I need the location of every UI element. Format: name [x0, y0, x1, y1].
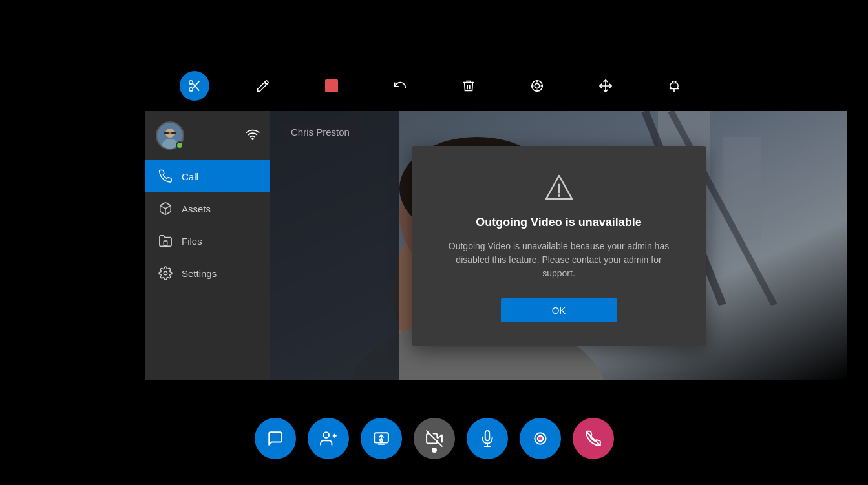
modal-ok-button[interactable]: OK [501, 298, 617, 322]
avatar-container [156, 121, 184, 150]
delete-button[interactable] [454, 71, 483, 101]
online-badge [176, 141, 184, 149]
modal-dialog: Outgoing Video is unavailable Outgoing V… [412, 146, 706, 346]
pin-button[interactable] [659, 71, 689, 101]
svg-point-5 [535, 83, 539, 88]
add-participants-button[interactable] [308, 418, 349, 459]
modal-message: Outgoing Video is unavailable because yo… [444, 240, 674, 280]
warning-icon [444, 172, 674, 205]
sidebar-item-files[interactable]: Files [145, 225, 270, 257]
undo-button[interactable] [385, 71, 415, 101]
screen-share-button[interactable] [361, 418, 402, 459]
screen-share-icon [373, 430, 390, 447]
end-call-icon [585, 430, 602, 447]
mute-button[interactable] [467, 418, 508, 459]
svg-rect-15 [171, 132, 176, 134]
record-button[interactable] [520, 418, 561, 459]
move-icon [598, 79, 613, 93]
target-icon [530, 79, 544, 93]
svg-rect-19 [164, 241, 167, 245]
call-icon [158, 169, 173, 183]
svg-point-45 [537, 436, 543, 442]
sidebar-item-assets-label: Assets [182, 203, 211, 214]
stop-icon [325, 79, 338, 92]
pin-icon [667, 79, 681, 93]
modal-overlay: Outgoing Video is unavailable Outgoing V… [270, 111, 847, 380]
video-toggle-button[interactable] [414, 418, 455, 459]
pen-icon [256, 79, 270, 93]
target-button[interactable] [522, 71, 552, 101]
record-icon [532, 430, 549, 447]
assets-icon [158, 201, 173, 216]
scissor-tool-button[interactable] [180, 71, 209, 101]
svg-rect-14 [164, 132, 169, 134]
sidebar-item-assets[interactable]: Assets [145, 192, 270, 225]
sidebar-item-call-label: Call [182, 171, 198, 182]
svg-point-33 [558, 194, 560, 197]
chat-icon [267, 430, 284, 447]
sidebar: Call Assets Files Settings [145, 111, 270, 380]
wifi-icon [246, 127, 260, 145]
trash-icon [461, 79, 476, 93]
sidebar-item-settings[interactable]: Settings [145, 257, 270, 289]
modal-title: Outgoing Video is unavailable [444, 216, 674, 229]
call-controls-bar [255, 418, 614, 459]
end-call-button[interactable] [573, 418, 614, 459]
scissor-icon [187, 79, 202, 93]
svg-point-17 [252, 138, 253, 139]
video-off-icon [426, 430, 443, 447]
pen-tool-button[interactable] [248, 71, 278, 101]
chat-button[interactable] [255, 418, 296, 459]
undo-icon [393, 79, 407, 93]
svg-point-34 [323, 432, 329, 438]
microphone-icon [479, 430, 496, 447]
files-icon [158, 234, 173, 248]
sidebar-profile [145, 111, 270, 160]
sidebar-item-settings-label: Settings [182, 268, 217, 279]
move-button[interactable] [591, 71, 620, 101]
settings-icon [158, 266, 173, 280]
svg-point-20 [164, 271, 167, 275]
stop-button[interactable] [317, 71, 346, 101]
top-toolbar [180, 71, 689, 101]
add-participants-icon [320, 430, 337, 447]
video-dot-indicator [432, 448, 437, 453]
sidebar-item-call[interactable]: Call [145, 160, 270, 192]
sidebar-item-files-label: Files [182, 236, 202, 247]
